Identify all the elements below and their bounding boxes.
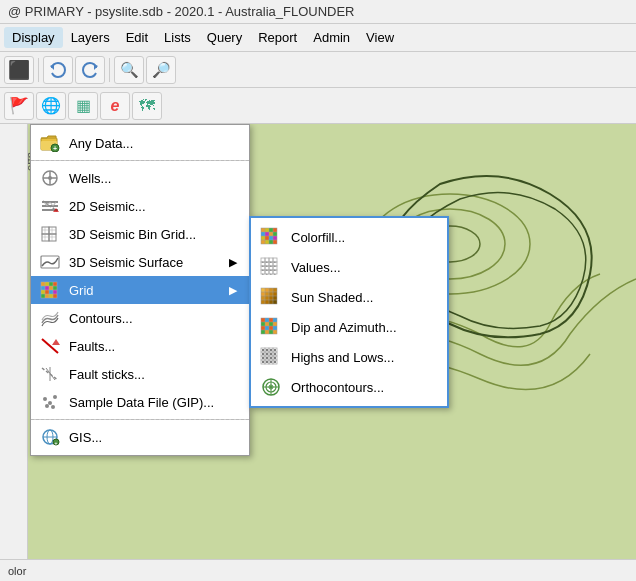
- menu-item-grid[interactable]: Grid ▶: [31, 276, 249, 304]
- menu-item-faults[interactable]: Faults...: [31, 332, 249, 360]
- undo-icon: [48, 60, 68, 80]
- svg-rect-21: [42, 234, 49, 241]
- svg-rect-29: [45, 282, 49, 286]
- svg-rect-137: [261, 326, 265, 330]
- svg-point-181: [266, 361, 268, 363]
- svg-rect-111: [265, 292, 269, 296]
- svg-text:+: +: [53, 145, 57, 152]
- menu-query[interactable]: Query: [199, 27, 250, 48]
- svg-rect-57: [269, 232, 273, 236]
- faults-icon: [39, 337, 61, 355]
- svg-rect-56: [265, 232, 269, 236]
- svg-rect-108: [269, 288, 273, 292]
- submenu-orthocontours[interactable]: Orthocontours...: [251, 372, 447, 402]
- sidebar-strip: [0, 124, 28, 559]
- menu-item-wells[interactable]: Wells...: [31, 164, 249, 192]
- menu-view[interactable]: View: [358, 27, 402, 48]
- grid-view-button[interactable]: ▦: [68, 92, 98, 120]
- title-text: @ PRIMARY - psyslite.sdb - 2020.1 - Aust…: [8, 4, 355, 19]
- undo-button[interactable]: [43, 56, 73, 84]
- wells-icon: [39, 169, 61, 187]
- zoom-in-button[interactable]: 🔍: [114, 56, 144, 84]
- svg-point-199: [51, 405, 55, 409]
- svg-point-13: [48, 176, 52, 180]
- stop-button[interactable]: ⬛: [4, 56, 34, 84]
- svg-point-171: [274, 349, 276, 351]
- grid-arrow: ▶: [229, 284, 237, 297]
- menu-item-sample-data[interactable]: Sample Data File (GIP)...: [31, 388, 249, 416]
- menu-admin[interactable]: Admin: [305, 27, 358, 48]
- menu-item-3d-seismic-surface[interactable]: 3D Seismic Surface ▶: [31, 248, 249, 276]
- svg-rect-109: [273, 288, 277, 292]
- svg-rect-106: [261, 288, 265, 292]
- svg-rect-136: [273, 322, 277, 326]
- svg-rect-58: [273, 232, 277, 236]
- svg-point-169: [266, 349, 268, 351]
- menu-item-gis[interactable]: + GIS...: [31, 423, 249, 451]
- title-bar: @ PRIMARY - psyslite.sdb - 2020.1 - Aust…: [0, 0, 636, 24]
- fault-sticks-label: Fault sticks...: [69, 367, 237, 382]
- svg-marker-191: [52, 339, 60, 345]
- e-button[interactable]: e: [100, 92, 130, 120]
- svg-rect-117: [273, 296, 277, 300]
- svg-point-182: [270, 361, 272, 363]
- menu-report[interactable]: Report: [250, 27, 305, 48]
- menu-bar: Display Layers Edit Lists Query Report A…: [0, 24, 636, 52]
- menu-display[interactable]: Display: [4, 27, 63, 48]
- svg-text:+: +: [274, 271, 277, 276]
- menu-edit[interactable]: Edit: [118, 27, 156, 48]
- display-dropdown-menu: + Any Data...: [30, 124, 250, 456]
- menu-lists[interactable]: Lists: [156, 27, 199, 48]
- values-icon: + + + + + + + + + +: [259, 257, 283, 277]
- dip-azimuth-label: Dip and Azimuth...: [291, 320, 435, 335]
- svg-rect-62: [273, 236, 277, 240]
- contours-icon: [39, 309, 61, 327]
- wells-label: Wells...: [69, 171, 237, 186]
- redo-button[interactable]: [75, 56, 105, 84]
- flag-button[interactable]: 🚩: [4, 92, 34, 120]
- svg-rect-110: [261, 292, 265, 296]
- svg-point-176: [262, 357, 264, 359]
- orthocontours-icon: [259, 377, 283, 397]
- menu-item-contours[interactable]: Contours...: [31, 304, 249, 332]
- submenu-dip-azimuth[interactable]: Dip and Azimuth...: [251, 312, 447, 342]
- separator-1: [31, 160, 249, 161]
- seismic3d-arrow: ▶: [229, 256, 237, 269]
- submenu-sun-shaded[interactable]: Sun Shaded...: [251, 282, 447, 312]
- menu-layers[interactable]: Layers: [63, 27, 118, 48]
- svg-rect-116: [269, 296, 273, 300]
- svg-rect-131: [269, 318, 273, 322]
- submenu-colorfill[interactable]: Colorfill...: [251, 222, 447, 252]
- submenu-values[interactable]: + + + + + + + + + +: [251, 252, 447, 282]
- svg-rect-130: [265, 318, 269, 322]
- grid-submenu: Colorfill...: [249, 216, 449, 408]
- svg-point-173: [266, 353, 268, 355]
- menu-item-fault-sticks[interactable]: Fault sticks...: [31, 360, 249, 388]
- globe-button[interactable]: 🌐: [36, 92, 66, 120]
- seismic3d-surface-icon: [39, 253, 61, 271]
- svg-point-180: [262, 361, 264, 363]
- svg-point-175: [274, 353, 276, 355]
- gis-icon: +: [39, 428, 61, 446]
- svg-rect-120: [269, 300, 273, 304]
- svg-rect-139: [269, 326, 273, 330]
- svg-rect-30: [49, 282, 53, 286]
- menu-item-3d-seismic-bin[interactable]: 3D Seismic Bin Grid...: [31, 220, 249, 248]
- sample-data-icon: [39, 393, 61, 411]
- faults-label: Faults...: [69, 339, 237, 354]
- svg-rect-51: [261, 228, 265, 232]
- svg-point-168: [262, 349, 264, 351]
- redo-icon: [80, 60, 100, 80]
- map-area: + Any Data...: [0, 124, 636, 559]
- svg-rect-59: [261, 236, 265, 240]
- map-add-button[interactable]: 🗺: [132, 92, 162, 120]
- zoom-out-button[interactable]: 🔎: [146, 56, 176, 84]
- menu-item-any-data[interactable]: + Any Data...: [31, 129, 249, 157]
- svg-rect-33: [45, 286, 49, 290]
- values-label: Values...: [291, 260, 435, 275]
- svg-rect-121: [273, 300, 277, 304]
- svg-point-179: [274, 357, 276, 359]
- svg-rect-143: [269, 330, 273, 334]
- menu-item-2d-seismic[interactable]: 2D Seismic...: [31, 192, 249, 220]
- submenu-highs-lows[interactable]: Highs and Lows...: [251, 342, 447, 372]
